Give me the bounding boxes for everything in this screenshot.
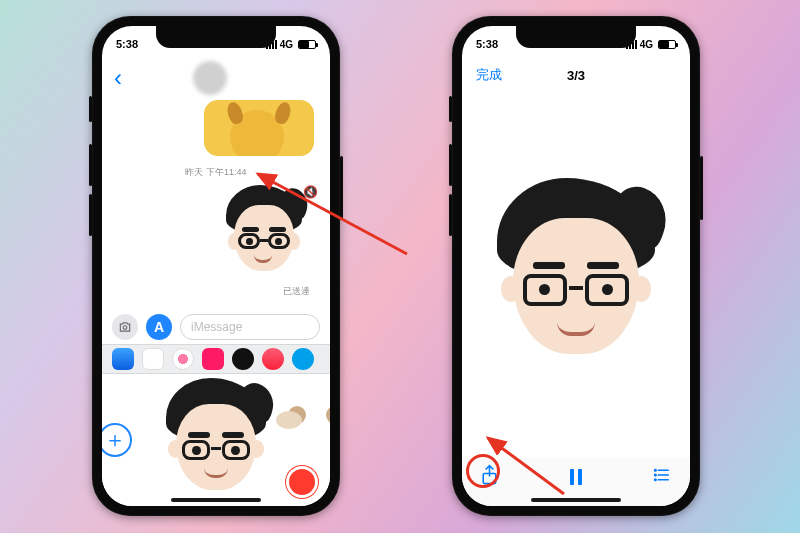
- home-indicator[interactable]: [171, 498, 261, 502]
- message-animoji-dog[interactable]: [204, 100, 314, 156]
- notch: [516, 26, 636, 48]
- list-button[interactable]: [653, 464, 672, 490]
- app-photos-icon[interactable]: [142, 348, 164, 370]
- page-counter: 3/3: [567, 68, 585, 83]
- memoji-playback-stage[interactable]: [462, 94, 690, 458]
- memoji-preview[interactable]: [162, 382, 270, 498]
- home-indicator[interactable]: [531, 498, 621, 502]
- preview-navbar: 完成 3/3: [462, 56, 690, 94]
- record-button[interactable]: [286, 466, 318, 498]
- camera-button[interactable]: [112, 314, 138, 340]
- notch: [156, 26, 276, 48]
- status-time: 5:38: [116, 38, 138, 50]
- app-drawer-button[interactable]: A: [146, 314, 172, 340]
- network-label: 4G: [280, 39, 293, 50]
- message-placeholder: iMessage: [191, 320, 242, 334]
- app-alipay-icon[interactable]: [292, 348, 314, 370]
- svg-point-0: [123, 326, 127, 330]
- svg-point-4: [655, 479, 657, 481]
- screen-messages: 5:38 4G ‹ 昨天 下午11:44 🔇: [102, 26, 330, 506]
- delivered-label: 已送達: [283, 285, 310, 298]
- screen-preview: 5:38 4G 完成 3/3: [462, 26, 690, 506]
- status-time: 5:38: [476, 38, 498, 50]
- svg-point-2: [655, 469, 657, 471]
- memoji-panel[interactable]: ＋: [102, 374, 330, 506]
- add-memoji-button[interactable]: ＋: [102, 423, 132, 457]
- app-animoji-icon[interactable]: [232, 348, 254, 370]
- app-music-icon[interactable]: [262, 348, 284, 370]
- imessage-app-strip[interactable]: [102, 344, 330, 374]
- battery-icon: [658, 40, 676, 49]
- contact-avatar[interactable]: [193, 61, 227, 95]
- back-button[interactable]: ‹: [114, 66, 122, 90]
- pause-button[interactable]: [570, 469, 582, 485]
- app-store-icon[interactable]: [112, 348, 134, 370]
- message-input[interactable]: iMessage: [180, 314, 320, 340]
- message-input-row: A iMessage: [102, 310, 330, 344]
- message-memoji[interactable]: 🔇: [208, 183, 320, 283]
- battery-icon: [298, 40, 316, 49]
- done-button[interactable]: 完成: [476, 66, 502, 84]
- chat-navbar: ‹: [102, 56, 330, 100]
- share-button[interactable]: [480, 464, 499, 490]
- iphone-frame-left: 5:38 4G ‹ 昨天 下午11:44 🔇: [92, 16, 340, 516]
- memoji-next-bear[interactable]: [286, 410, 330, 470]
- memoji-large: [491, 184, 661, 368]
- svg-point-3: [655, 474, 657, 476]
- message-timestamp: 昨天 下午11:44: [185, 166, 246, 179]
- iphone-frame-right: 5:38 4G 完成 3/3: [452, 16, 700, 516]
- app-heart-icon[interactable]: [202, 348, 224, 370]
- network-label: 4G: [640, 39, 653, 50]
- chat-scroll[interactable]: 昨天 下午11:44 🔇 已送達: [102, 100, 330, 316]
- app-sticker-icon[interactable]: [172, 348, 194, 370]
